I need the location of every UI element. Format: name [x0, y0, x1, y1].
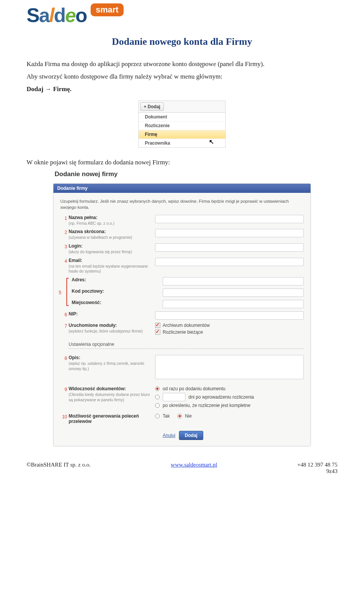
- intro-menu-path: Dodaj → Firmę.: [27, 84, 337, 95]
- checkbox-label: Rozliczenie bieżące: [163, 330, 203, 335]
- radio-label: Nie: [185, 413, 192, 419]
- field-label: Email:: [69, 258, 155, 263]
- dropdown-item-firme[interactable]: Firmę: [139, 130, 225, 139]
- field-row-email: 4 Email: (na ten email będzie wysłane wy…: [60, 258, 304, 274]
- row-number: 6: [60, 311, 67, 317]
- radio-icon: [155, 403, 160, 408]
- field-hint: (wpisz np. ustalony z firmą cennik, waru…: [69, 361, 155, 371]
- radio-nie[interactable]: Nie: [177, 413, 192, 419]
- field-row-login: 3 Login: (służy do logowania się przez f…: [60, 243, 304, 255]
- radio-icon: [177, 414, 182, 418]
- dropdown-menu: + Dodaj Dokument Rozliczenie Firmę Praco…: [138, 101, 226, 148]
- panel-body: Uzupełnij formularz. Jeśli nie znasz wyb…: [53, 193, 311, 446]
- footer-phone: +48 12 397 48 75: [297, 462, 337, 468]
- row-number: 10: [60, 413, 67, 419]
- field-label: Adres:: [72, 277, 163, 282]
- dni-input[interactable]: [163, 393, 185, 401]
- nip-input[interactable]: [155, 311, 304, 320]
- dropdown-trigger[interactable]: + Dodaj: [140, 102, 164, 111]
- form-heading: Dodanie nowej firmy: [55, 170, 311, 178]
- row-number: 5: [59, 290, 61, 295]
- field-row-widocznosc: 9 Widoczność dokumentów: (Określa kiedy …: [60, 386, 304, 410]
- radio-label: od razu po dodaniu dokumentu: [163, 386, 225, 391]
- field-label: Nazwa pełna:: [69, 215, 155, 220]
- form-instruction: Uzupełnij formularz. Jeśli nie znasz wyb…: [60, 198, 304, 210]
- field-hint: (na ten email będzie wysłane wygenerowan…: [69, 264, 155, 274]
- dropdown-item-pracownika[interactable]: Pracownika ↖: [139, 139, 225, 147]
- field-hint: (służy do logowania się przez firmę): [69, 249, 155, 255]
- form-screenshot: Dodanie nowej firmy Dodanie firmy Uzupeł…: [53, 170, 311, 446]
- field-label: Widoczność dokumentów:: [69, 386, 155, 391]
- field-row-adres: Adres:: [69, 277, 304, 285]
- field-label: NIP:: [69, 311, 155, 317]
- field-hint: (wybierz funkcje, które udostępnisz firm…: [69, 329, 155, 334]
- radio-label: Tak: [163, 413, 170, 419]
- field-label: Miejscowość:: [72, 300, 163, 305]
- radio-label: dni po wprowadzeniu rozliczenia: [188, 394, 254, 400]
- field-hint: (Określa kiedy dokumenty dodane przez bi…: [69, 392, 155, 402]
- checkbox-rozliczenie[interactable]: Rozliczenie bieżące: [155, 330, 304, 335]
- footer-contact: +48 12 397 48 75 9z43: [297, 462, 337, 475]
- row-number: 1: [60, 215, 67, 221]
- radio-po-okresleniu[interactable]: po określeniu, że rozliczenie jest kompl…: [155, 403, 304, 408]
- logo: Saldeo smart: [27, 4, 337, 27]
- field-row-opis: 8 Opis: (wpisz np. ustalony z firmą cenn…: [60, 355, 304, 380]
- radio-label: po określeniu, że rozliczenie jest kompl…: [163, 403, 250, 408]
- checkbox-label: Archiwum dokumentów: [163, 323, 210, 328]
- field-label: Uruchomione moduły:: [69, 323, 155, 328]
- email-input[interactable]: [155, 258, 304, 266]
- intro-paragraph-1: Każda Firma ma dostęp do aplikacji poprz…: [27, 59, 337, 70]
- field-row-nazwa-pelna: 1 Nazwa pełna: (np. Firma ABC sp. z o.o.…: [60, 215, 304, 226]
- radio-dni-po[interactable]: dni po wprowadzeniu rozliczenia: [155, 393, 304, 401]
- submit-button[interactable]: Dodaj: [179, 431, 203, 440]
- form-panel: Dodanie firmy Uzupełnij formularz. Jeśli…: [53, 183, 311, 446]
- field-row-miejscowosc: Miejscowość:: [69, 300, 304, 308]
- intro-paragraph-3: W oknie pojawi się formularz do dodania …: [27, 157, 337, 168]
- opis-textarea[interactable]: [155, 355, 304, 379]
- footer-url[interactable]: www.saldeosmart.pl: [171, 462, 217, 475]
- radio-tak[interactable]: Tak: [155, 413, 170, 419]
- checkbox-icon: [155, 330, 160, 335]
- footer-pageno: 9z43: [297, 468, 337, 475]
- dropdown-item-label: Pracownika: [145, 140, 170, 146]
- dropdown-item-rozliczenie[interactable]: Rozliczenie: [139, 121, 225, 130]
- field-row-nazwa-skrocona: 2 Nazwa skrócona: (używana w tabelkach w…: [60, 229, 304, 240]
- field-row-kod-pocztowy: Kod pocztowy:: [69, 289, 304, 297]
- miejscowosc-input[interactable]: [163, 300, 304, 308]
- divider: [69, 348, 304, 349]
- field-label: Opis:: [69, 355, 155, 360]
- nazwa-pelna-input[interactable]: [155, 215, 304, 223]
- row-number: 9: [60, 386, 67, 392]
- field-label: Login:: [69, 243, 155, 249]
- button-row: Anuluj Dodaj: [163, 431, 304, 440]
- nazwa-skrocona-input[interactable]: [155, 229, 304, 237]
- field-label: Nazwa skrócona:: [69, 229, 155, 234]
- dropdown-item-dokument[interactable]: Dokument: [139, 113, 225, 121]
- page-title: Dodanie nowego konta dla Firmy: [27, 36, 337, 47]
- field-hint: (np. Firma ABC sp. z o.o.): [69, 221, 155, 226]
- row-number: 3: [60, 243, 67, 249]
- optional-heading: Ustawienia opcjonalne: [69, 342, 304, 347]
- radio-icon: [155, 414, 160, 418]
- checkbox-archiwum[interactable]: Archiwum dokumentów: [155, 323, 304, 328]
- checkbox-icon: [155, 323, 160, 328]
- field-row-przelewy: 10 Możliwość generowania poleceń przelew…: [60, 413, 304, 424]
- field-hint: (używana w tabelkach w programie): [69, 235, 155, 240]
- radio-od-razu[interactable]: od razu po dodaniu dokumentu: [155, 386, 304, 391]
- address-group: 5 Adres: Kod pocztowy: Miejscowość:: [69, 277, 304, 308]
- logo-wordmark: Saldeo: [27, 4, 87, 27]
- field-row-nip: 6 NIP:: [60, 311, 304, 320]
- field-label: Kod pocztowy:: [72, 289, 163, 294]
- login-input[interactable]: [155, 243, 304, 252]
- radio-icon: [155, 386, 160, 391]
- field-label: Możliwość generowania poleceń przelewów: [69, 413, 155, 424]
- row-number: 4: [60, 258, 67, 264]
- cancel-link[interactable]: Anuluj: [163, 433, 175, 438]
- field-row-moduly: 7 Uruchomione moduły: (wybierz funkcje, …: [60, 323, 304, 336]
- page-footer: ©BrainSHARE IT sp. z o.o. www.saldeosmar…: [27, 462, 337, 475]
- row-number: 7: [60, 323, 67, 329]
- dropdown-list: Dokument Rozliczenie Firmę Pracownika ↖: [139, 112, 225, 147]
- kod-pocztowy-input[interactable]: [163, 289, 304, 297]
- adres-input[interactable]: [163, 277, 304, 285]
- panel-title: Dodanie firmy: [53, 184, 311, 193]
